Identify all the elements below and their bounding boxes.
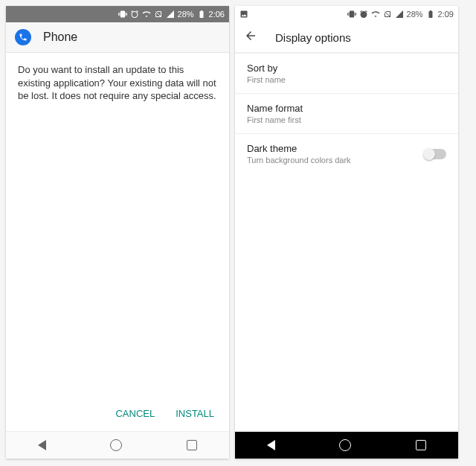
left-screenshot: 28% 2:06 Phone Do you want to install an…	[6, 6, 229, 459]
alarm-icon	[130, 10, 139, 19]
wifi-icon	[142, 10, 151, 19]
no-sim-icon	[383, 10, 392, 19]
settings-list: Sort by First name Name format First nam…	[235, 53, 458, 432]
setting-title: Name format	[247, 103, 446, 114]
vibrate-icon	[347, 10, 356, 19]
back-icon[interactable]	[244, 29, 257, 45]
nav-recent-icon[interactable]	[416, 440, 426, 450]
setting-subtitle: First name	[247, 75, 446, 84]
sort-by-item[interactable]: Sort by First name	[235, 54, 458, 93]
vibrate-icon	[118, 10, 127, 19]
nav-bar	[235, 432, 458, 459]
dark-theme-toggle[interactable]	[424, 149, 446, 159]
status-bar: 28% 2:09	[235, 6, 458, 22]
install-dialog-header: Phone	[6, 22, 229, 53]
nav-back-icon[interactable]	[38, 440, 46, 450]
image-icon	[239, 10, 248, 19]
alarm-icon	[359, 10, 368, 19]
dark-theme-item[interactable]: Dark theme Turn background colors dark	[235, 134, 458, 173]
no-sim-icon	[154, 10, 163, 19]
nav-home-icon[interactable]	[339, 439, 351, 451]
name-format-item[interactable]: Name format First name first	[235, 94, 458, 133]
install-actions: CANCEL INSTALL	[6, 399, 229, 431]
screen-title: Display options	[275, 31, 351, 44]
nav-bar	[6, 431, 229, 459]
battery-pct: 28%	[407, 10, 423, 19]
nav-home-icon[interactable]	[110, 439, 122, 451]
status-bar: 28% 2:06	[6, 6, 229, 22]
setting-subtitle: First name first	[247, 115, 446, 124]
nav-back-icon[interactable]	[267, 440, 275, 450]
setting-title: Sort by	[247, 63, 446, 74]
nav-recent-icon[interactable]	[187, 440, 197, 450]
battery-icon	[197, 10, 206, 19]
phone-app-icon	[15, 29, 31, 45]
cell-icon	[395, 10, 404, 19]
right-screenshot: 28% 2:09 Display options Sort by First n…	[235, 6, 458, 459]
setting-title: Dark theme	[247, 143, 424, 154]
cancel-button[interactable]: CANCEL	[115, 408, 155, 419]
app-title: Phone	[43, 31, 77, 44]
cell-icon	[166, 10, 175, 19]
wifi-icon	[371, 10, 380, 19]
clock: 2:09	[438, 10, 454, 19]
setting-subtitle: Turn background colors dark	[247, 156, 424, 165]
app-bar: Display options	[235, 22, 458, 53]
battery-pct: 28%	[178, 10, 194, 19]
clock: 2:06	[209, 10, 225, 19]
battery-icon	[426, 10, 435, 19]
install-button[interactable]: INSTALL	[176, 408, 214, 419]
install-message: Do you want to install an update to this…	[6, 53, 229, 399]
